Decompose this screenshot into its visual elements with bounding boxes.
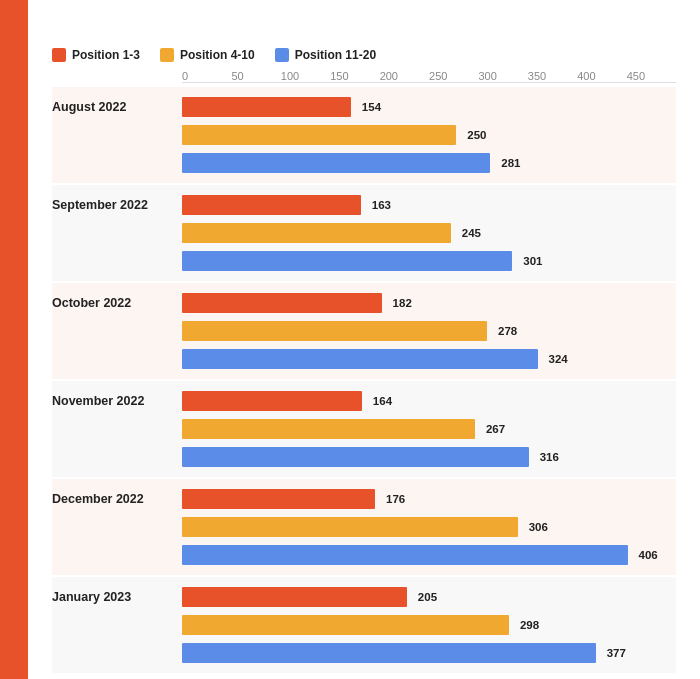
page-container: Position 1-3 Position 4-10 Position 11-2… xyxy=(0,0,700,679)
tick-label: 200 xyxy=(380,70,398,82)
month-group: October 2022182278324 xyxy=(52,283,676,379)
bar-row: 298 xyxy=(52,612,676,638)
bar-container: 154 xyxy=(182,96,676,118)
bar-container: 163 xyxy=(182,194,676,216)
bar-value: 377 xyxy=(607,647,626,659)
bar-position-410: 267 xyxy=(182,419,475,439)
bar-row: 281 xyxy=(52,150,676,176)
month-label-col: August 2022 xyxy=(52,100,182,115)
main-content: Position 1-3 Position 4-10 Position 11-2… xyxy=(28,0,700,679)
month-label: December 2022 xyxy=(52,492,144,507)
bar-value: 301 xyxy=(523,255,542,267)
month-label-col: October 2022 xyxy=(52,296,182,311)
bar-row: 245 xyxy=(52,220,676,246)
axis-tick: 250 xyxy=(429,70,478,82)
bar-value: 281 xyxy=(501,157,520,169)
legend: Position 1-3 Position 4-10 Position 11-2… xyxy=(52,48,676,62)
legend-swatch xyxy=(52,48,66,62)
axis-tick: 200 xyxy=(380,70,429,82)
axis-tick: 150 xyxy=(330,70,379,82)
bar-value: 250 xyxy=(467,129,486,141)
tick-label: 100 xyxy=(281,70,299,82)
bar-container: 301 xyxy=(182,250,676,272)
bar-position-13: 182 xyxy=(182,293,382,313)
bar-row: September 2022163 xyxy=(52,192,676,218)
bar-container: 316 xyxy=(182,446,676,468)
bar-container: 245 xyxy=(182,222,676,244)
bar-value: 163 xyxy=(372,199,391,211)
bar-value: 267 xyxy=(486,423,505,435)
month-group: January 2023205298377 xyxy=(52,577,676,673)
legend-label: Position 1-3 xyxy=(72,48,140,62)
tick-label: 300 xyxy=(478,70,496,82)
bar-position-410: 306 xyxy=(182,517,518,537)
bar-value: 324 xyxy=(548,353,567,365)
bar-value: 176 xyxy=(386,493,405,505)
tick-label: 50 xyxy=(231,70,243,82)
month-label: August 2022 xyxy=(52,100,126,115)
month-label-col: December 2022 xyxy=(52,492,182,507)
bar-container: 278 xyxy=(182,320,676,342)
bar-position-410: 245 xyxy=(182,223,451,243)
month-label-col: January 2023 xyxy=(52,590,182,605)
bar-row: 377 xyxy=(52,640,676,666)
bar-position-410: 250 xyxy=(182,125,456,145)
bar-value: 154 xyxy=(362,101,381,113)
chart-area: 050100150200250300350400450 August 20221… xyxy=(52,70,676,675)
month-group: December 2022176306406 xyxy=(52,479,676,575)
bar-position-13: 205 xyxy=(182,587,407,607)
bar-value: 205 xyxy=(418,591,437,603)
bar-container: 267 xyxy=(182,418,676,440)
bar-position-1120: 316 xyxy=(182,447,529,467)
bar-container: 406 xyxy=(182,544,676,566)
bar-row: 406 xyxy=(52,542,676,568)
axis-tick: 50 xyxy=(231,70,280,82)
month-group: November 2022164267316 xyxy=(52,381,676,477)
axis-tick: 450 xyxy=(627,70,676,82)
legend-label: Position 4-10 xyxy=(180,48,255,62)
bar-row: December 2022176 xyxy=(52,486,676,512)
axis-tick: 300 xyxy=(478,70,527,82)
bar-row: October 2022182 xyxy=(52,290,676,316)
bar-row: August 2022154 xyxy=(52,94,676,120)
axis-ticks-row: 050100150200250300350400450 xyxy=(182,70,676,83)
bar-value: 316 xyxy=(540,451,559,463)
chart-rows: August 2022154250281September 2022163245… xyxy=(52,87,676,675)
month-group: September 2022163245301 xyxy=(52,185,676,281)
axis-tick: 400 xyxy=(577,70,626,82)
bar-value: 164 xyxy=(373,395,392,407)
bar-row: 267 xyxy=(52,416,676,442)
bar-position-13: 176 xyxy=(182,489,375,509)
month-group: August 2022154250281 xyxy=(52,87,676,183)
tick-label: 450 xyxy=(627,70,645,82)
bar-container: 205 xyxy=(182,586,676,608)
legend-swatch xyxy=(275,48,289,62)
legend-item: Position 4-10 xyxy=(160,48,255,62)
bar-value: 306 xyxy=(529,521,548,533)
bar-position-13: 163 xyxy=(182,195,361,215)
bar-container: 176 xyxy=(182,488,676,510)
tick-label: 400 xyxy=(577,70,595,82)
bar-container: 324 xyxy=(182,348,676,370)
month-label: November 2022 xyxy=(52,394,144,409)
bar-row: 306 xyxy=(52,514,676,540)
bar-container: 377 xyxy=(182,642,676,664)
tick-label: 150 xyxy=(330,70,348,82)
bar-container: 306 xyxy=(182,516,676,538)
legend-item: Position 1-3 xyxy=(52,48,140,62)
bar-value: 298 xyxy=(520,619,539,631)
sidebar xyxy=(0,0,28,679)
tick-label: 350 xyxy=(528,70,546,82)
axis-tick: 350 xyxy=(528,70,577,82)
bar-row: January 2023205 xyxy=(52,584,676,610)
month-label-col: September 2022 xyxy=(52,198,182,213)
bar-container: 182 xyxy=(182,292,676,314)
bar-position-410: 298 xyxy=(182,615,509,635)
bar-value: 245 xyxy=(462,227,481,239)
bar-container: 281 xyxy=(182,152,676,174)
bar-container: 298 xyxy=(182,614,676,636)
axis-tick: 100 xyxy=(281,70,330,82)
bar-position-13: 154 xyxy=(182,97,351,117)
bar-position-410: 278 xyxy=(182,321,487,341)
tick-label: 0 xyxy=(182,70,188,82)
